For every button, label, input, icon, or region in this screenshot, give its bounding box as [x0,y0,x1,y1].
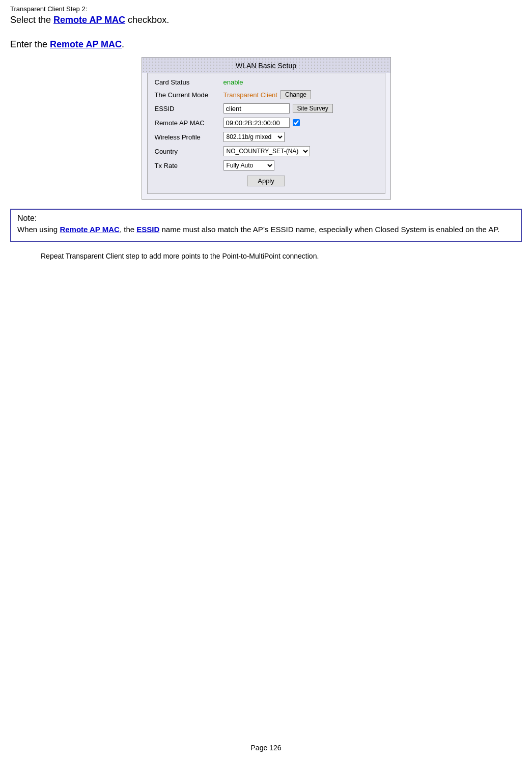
card-status-label: Card Status [155,78,223,86]
tx-rate-value: Fully Auto [223,160,274,171]
card-status-enable: enable [223,78,243,86]
country-select[interactable]: NO_COUNTRY_SET-(NA) [223,146,310,156]
apply-button[interactable]: Apply [247,176,285,186]
country-label: Country [155,148,223,155]
note-section: Note: When using Remote AP MAC, the ESSI… [10,209,522,242]
remote-ap-mac-value [223,118,300,128]
wireless-profile-label: Wireless Profile [155,133,223,141]
essid-row: ESSID Site Survey [155,103,378,114]
note-middle: , the [120,225,136,234]
wlan-panel-wrapper: WLAN Basic Setup Card Status enable The … [10,57,522,200]
country-value: NO_COUNTRY_SET-(NA) [223,146,310,156]
remote-ap-mac-checkbox[interactable] [293,119,300,126]
repeat-section: Repeat Transparent Client step to add mo… [41,251,522,262]
instruction2-prefix: Enter the [10,39,50,49]
wireless-profile-select[interactable]: 802.11b/g mixed [223,132,285,142]
remote-ap-mac-input[interactable] [223,118,290,128]
step-instruction2: Enter the Remote AP MAC. [10,29,522,50]
card-status-row: Card Status enable [155,78,378,86]
wireless-profile-row: Wireless Profile 802.11b/g mixed [155,132,378,142]
page-number: Page 126 [251,744,282,752]
wlan-panel-title: WLAN Basic Setup [236,62,296,70]
remote-ap-mac-link2[interactable]: Remote AP MAC [50,39,122,49]
wlan-panel-inner: Card Status enable The Current Mode Tran… [147,73,385,194]
note-remote-ap-link[interactable]: Remote AP MAC [60,225,120,234]
current-mode-row: The Current Mode Transparent Client Chan… [155,90,378,99]
wireless-profile-value: 802.11b/g mixed [223,132,285,142]
current-mode-text: Transparent Client [223,91,277,99]
current-mode-label: The Current Mode [155,91,223,99]
current-mode-value: Transparent Client Change [223,90,312,99]
step-title: Transparent Client Step 2: [10,5,522,13]
instruction1-suffix: checkbox. [125,15,169,25]
wlan-panel: WLAN Basic Setup Card Status enable The … [142,57,391,200]
remote-ap-mac-label: Remote AP MAC [155,119,223,127]
tx-rate-row: Tx Rate Fully Auto [155,160,378,171]
wlan-panel-header: WLAN Basic Setup [142,58,390,73]
step-header: Transparent Client Step 2: Select the Re… [10,5,522,50]
essid-label: ESSID [155,105,223,112]
instruction1-prefix: Select the [10,15,53,25]
essid-input[interactable] [223,103,290,114]
note-prefix: When using [17,225,60,234]
change-button[interactable]: Change [281,90,311,99]
note-text: When using Remote AP MAC, the ESSID name… [17,224,515,236]
card-status-value: enable [223,78,243,86]
page-wrapper: Transparent Client Step 2: Select the Re… [0,0,532,762]
essid-value: Site Survey [223,103,333,114]
repeat-text: Repeat Transparent Client step to add mo… [41,252,319,260]
remote-ap-mac-link1[interactable]: Remote AP MAC [53,15,125,25]
note-essid-link[interactable]: ESSID [136,225,159,234]
country-row: Country NO_COUNTRY_SET-(NA) [155,146,378,156]
step-instruction1: Select the Remote AP MAC checkbox. [10,15,522,25]
tx-rate-label: Tx Rate [155,162,223,170]
note-suffix: name must also match the AP’s ESSID name… [159,225,499,234]
remote-ap-mac-row: Remote AP MAC [155,118,378,128]
site-survey-button[interactable]: Site Survey [293,104,333,113]
note-title: Note: [17,214,515,223]
apply-row: Apply [155,176,378,186]
instruction2-suffix: . [122,39,124,49]
tx-rate-select[interactable]: Fully Auto [223,160,274,171]
